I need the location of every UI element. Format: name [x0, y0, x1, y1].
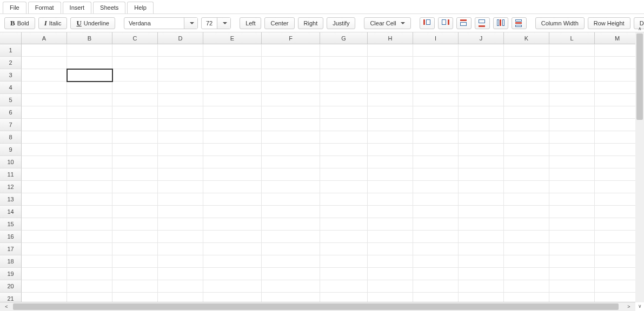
cell-A20[interactable] — [22, 280, 67, 293]
cell-J19[interactable] — [459, 268, 504, 280]
scroll-right-icon[interactable]: > — [625, 302, 633, 311]
column-header-F[interactable]: F — [262, 32, 320, 44]
cell-J4[interactable] — [459, 82, 504, 94]
cell-K16[interactable] — [504, 231, 549, 243]
insert-column-right-button[interactable] — [438, 17, 453, 29]
cell-L8[interactable] — [549, 131, 595, 144]
cell-D6[interactable] — [158, 106, 203, 119]
cell-M11[interactable] — [595, 168, 640, 181]
cell-C20[interactable] — [112, 280, 158, 293]
horizontal-scroll-thumb[interactable] — [13, 303, 619, 310]
cell-C9[interactable] — [112, 144, 158, 156]
cell-G2[interactable] — [320, 57, 368, 69]
cell-B12[interactable] — [67, 181, 112, 193]
cell-H15[interactable] — [368, 218, 413, 231]
cell-C6[interactable] — [112, 106, 158, 119]
cell-F17[interactable] — [262, 243, 320, 255]
cell-H17[interactable] — [368, 243, 413, 255]
cell-B15[interactable] — [67, 218, 112, 231]
cell-C8[interactable] — [112, 131, 158, 144]
cell-E19[interactable] — [203, 268, 262, 280]
clear-cell-button[interactable]: Clear Cell — [364, 17, 410, 29]
cell-L19[interactable] — [549, 268, 595, 280]
cell-B18[interactable] — [67, 255, 112, 268]
cell-B16[interactable] — [67, 231, 112, 243]
cell-E9[interactable] — [203, 144, 262, 156]
align-right-button[interactable]: Right — [298, 17, 324, 29]
cell-E21[interactable] — [203, 293, 262, 302]
cell-B17[interactable] — [67, 243, 112, 255]
column-header-A[interactable]: A — [22, 32, 67, 44]
cell-A18[interactable] — [22, 255, 67, 268]
cell-E1[interactable] — [203, 44, 262, 57]
cell-B9[interactable] — [67, 144, 112, 156]
cell-F6[interactable] — [262, 106, 320, 119]
cell-C3[interactable] — [112, 69, 158, 82]
cell-H21[interactable] — [368, 293, 413, 302]
row-header-16[interactable]: 16 — [0, 231, 22, 243]
cell-G20[interactable] — [320, 280, 368, 293]
row-header-11[interactable]: 11 — [0, 168, 22, 181]
cell-H12[interactable] — [368, 181, 413, 193]
cell-A13[interactable] — [22, 193, 67, 206]
cell-I5[interactable] — [413, 94, 459, 106]
cell-K20[interactable] — [504, 280, 549, 293]
cell-F14[interactable] — [262, 206, 320, 218]
cell-L13[interactable] — [549, 193, 595, 206]
row-header-10[interactable]: 10 — [0, 156, 22, 168]
bold-button[interactable]: B Bold — [4, 17, 35, 29]
cell-M3[interactable] — [595, 69, 640, 82]
cell-K17[interactable] — [504, 243, 549, 255]
cell-M14[interactable] — [595, 206, 640, 218]
cell-B4[interactable] — [67, 82, 112, 94]
cell-M15[interactable] — [595, 218, 640, 231]
cell-J12[interactable] — [459, 181, 504, 193]
cell-I21[interactable] — [413, 293, 459, 302]
cell-A6[interactable] — [22, 106, 67, 119]
cell-E4[interactable] — [203, 82, 262, 94]
cell-F11[interactable] — [262, 168, 320, 181]
cell-L7[interactable] — [549, 119, 595, 131]
cell-G6[interactable] — [320, 106, 368, 119]
cell-A1[interactable] — [22, 44, 67, 57]
cell-C18[interactable] — [112, 255, 158, 268]
cell-D19[interactable] — [158, 268, 203, 280]
cell-E3[interactable] — [203, 69, 262, 82]
cell-J8[interactable] — [459, 131, 504, 144]
cell-A3[interactable] — [22, 69, 67, 82]
cell-A16[interactable] — [22, 231, 67, 243]
cell-C16[interactable] — [112, 231, 158, 243]
cell-F15[interactable] — [262, 218, 320, 231]
cell-H10[interactable] — [368, 156, 413, 168]
scroll-up-icon[interactable]: ∧ — [635, 25, 644, 32]
cell-G1[interactable] — [320, 44, 368, 57]
cell-A7[interactable] — [22, 119, 67, 131]
column-width-button[interactable]: Column Width — [535, 17, 585, 29]
cell-L1[interactable] — [549, 44, 595, 57]
row-header-8[interactable]: 8 — [0, 131, 22, 144]
cell-I1[interactable] — [413, 44, 459, 57]
cell-D5[interactable] — [158, 94, 203, 106]
cell-G11[interactable] — [320, 168, 368, 181]
cell-M6[interactable] — [595, 106, 640, 119]
cell-H20[interactable] — [368, 280, 413, 293]
cell-M2[interactable] — [595, 57, 640, 69]
cell-E2[interactable] — [203, 57, 262, 69]
cell-B20[interactable] — [67, 280, 112, 293]
cell-B11[interactable] — [67, 168, 112, 181]
cell-B21[interactable] — [67, 293, 112, 302]
cell-B2[interactable] — [67, 57, 112, 69]
cell-H8[interactable] — [368, 131, 413, 144]
cell-E10[interactable] — [203, 156, 262, 168]
cell-E15[interactable] — [203, 218, 262, 231]
cell-B6[interactable] — [67, 106, 112, 119]
cell-E7[interactable] — [203, 119, 262, 131]
cell-A14[interactable] — [22, 206, 67, 218]
row-header-3[interactable]: 3 — [0, 69, 22, 82]
cell-H6[interactable] — [368, 106, 413, 119]
cell-I2[interactable] — [413, 57, 459, 69]
cell-K13[interactable] — [504, 193, 549, 206]
cell-A17[interactable] — [22, 243, 67, 255]
column-header-I[interactable]: I — [413, 32, 459, 44]
cell-E8[interactable] — [203, 131, 262, 144]
